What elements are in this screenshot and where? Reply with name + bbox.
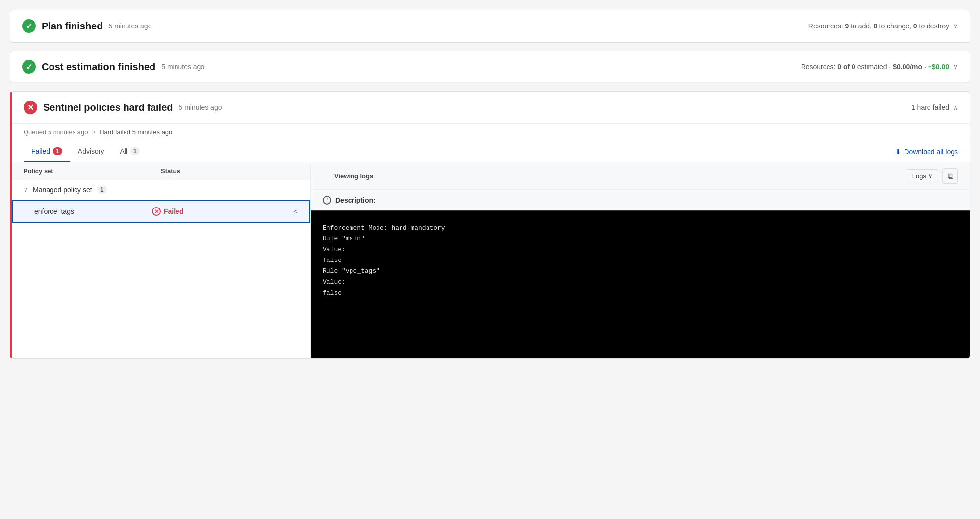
copy-button[interactable]: ⧉ xyxy=(942,168,958,184)
plan-chevron-icon[interactable]: ∨ xyxy=(953,22,958,30)
status-fail-text: Failed xyxy=(164,208,183,215)
policy-row-chevron: < xyxy=(294,208,298,215)
code-line-8: Value: xyxy=(323,277,958,287)
plan-resources: Resources: 9 to add, 0 to change, 0 to d… xyxy=(808,22,958,30)
code-line-9: false xyxy=(323,288,958,299)
sentinel-header: Sentinel policies hard failed 5 minutes … xyxy=(12,92,970,124)
policy-group-name: Managed policy set xyxy=(33,186,92,194)
tabs: Failed 1 Advisory All 1 xyxy=(24,141,148,162)
table-left: Policy set Status ∨ Managed policy set 1… xyxy=(12,162,311,358)
plan-header: Plan finished 5 minutes ago Resources: 9… xyxy=(10,10,970,42)
code-line-7: Rule "vpc_tags" xyxy=(323,266,958,277)
download-logs-link[interactable]: ⬇ Download all logs xyxy=(895,148,958,156)
sentinel-title: Sentinel policies hard failed xyxy=(43,102,173,113)
download-label: Download all logs xyxy=(904,148,958,156)
tab-all[interactable]: All 1 xyxy=(112,141,148,162)
cost-time: 5 minutes ago xyxy=(161,63,204,71)
description-label: Description: xyxy=(335,196,376,204)
download-icon: ⬇ xyxy=(895,148,901,156)
tab-all-badge: 1 xyxy=(130,147,140,155)
code-block: Enforcement Mode: hard-mandatory Rule "m… xyxy=(311,211,970,358)
logs-dropdown[interactable]: Logs ∨ xyxy=(907,169,938,182)
plan-success-icon xyxy=(22,19,36,33)
logs-dropdown-chevron: ∨ xyxy=(928,172,933,180)
cost-success-icon xyxy=(22,60,36,74)
sentinel-card: Sentinel policies hard failed 5 minutes … xyxy=(10,91,970,359)
col-policy-set: Policy set xyxy=(24,167,161,175)
sentinel-header-left: Sentinel policies hard failed 5 minutes … xyxy=(24,101,222,114)
plan-header-left: Plan finished 5 minutes ago xyxy=(22,19,151,33)
logs-dropdown-label: Logs xyxy=(912,172,926,180)
policy-group-row[interactable]: ∨ Managed policy set 1 xyxy=(12,180,310,200)
table-container: Policy set Status ∨ Managed policy set 1… xyxy=(12,162,970,358)
tab-failed-badge: 1 xyxy=(53,147,62,155)
logs-controls: Logs ∨ ⧉ xyxy=(907,168,958,184)
code-line-3: Rule "main" xyxy=(323,234,958,244)
code-line-1: Enforcement Mode: hard-mandatory xyxy=(323,223,958,234)
plan-time: 5 minutes ago xyxy=(108,22,151,30)
plan-title: Plan finished xyxy=(42,21,102,32)
cost-resources-text: Resources: 0 of 0 estimated · $0.00/mo ·… xyxy=(801,63,949,71)
description-header: i Description: xyxy=(311,190,970,211)
table-header: Policy set Status xyxy=(12,162,310,180)
code-line-5: false xyxy=(323,255,958,266)
policy-row-enforce-tags[interactable]: enforce_tags Failed < xyxy=(12,200,310,223)
sentinel-header-right: 1 hard failed ∧ xyxy=(911,104,958,111)
breadcrumb-hard-failed: Hard failed 5 minutes ago xyxy=(100,129,172,136)
plan-resources-text: Resources: 9 to add, 0 to change, 0 to d… xyxy=(808,22,949,30)
cost-header: Cost estimation finished 5 minutes ago R… xyxy=(10,51,970,83)
sentinel-chevron-icon[interactable]: ∧ xyxy=(953,104,958,111)
table-header-cols: Policy set Status xyxy=(24,167,259,175)
cost-resources: Resources: 0 of 0 estimated · $0.00/mo ·… xyxy=(801,63,958,71)
tabs-row: Failed 1 Advisory All 1 ⬇ Download all l… xyxy=(12,141,970,162)
right-header-row: Viewing logs Logs ∨ ⧉ xyxy=(311,162,970,190)
col-status: Status xyxy=(161,167,259,175)
breadcrumb-arrow: > xyxy=(92,129,96,136)
sentinel-header-top: Sentinel policies hard failed 5 minutes … xyxy=(24,101,958,114)
viewing-logs-label: Viewing logs xyxy=(323,167,907,184)
status-fail-icon xyxy=(152,207,161,216)
plan-card: Plan finished 5 minutes ago Resources: 9… xyxy=(10,10,970,43)
info-icon: i xyxy=(323,196,331,205)
policy-group-chevron[interactable]: ∨ xyxy=(24,186,28,193)
cost-chevron-icon[interactable]: ∨ xyxy=(953,63,958,71)
policy-name: enforce_tags xyxy=(34,208,152,215)
tab-all-label: All xyxy=(120,147,128,155)
sentinel-time: 5 minutes ago xyxy=(179,104,222,111)
breadcrumb-queued: Queued 5 minutes ago xyxy=(24,129,88,136)
sentinel-fail-icon xyxy=(24,101,37,114)
cost-header-left: Cost estimation finished 5 minutes ago xyxy=(22,60,204,74)
tab-advisory-label: Advisory xyxy=(78,147,104,155)
policy-group-count: 1 xyxy=(97,186,107,194)
policy-status: Failed xyxy=(152,207,294,216)
right-panel: Viewing logs Logs ∨ ⧉ i Description: xyxy=(311,162,970,358)
copy-icon: ⧉ xyxy=(948,172,953,181)
hard-failed-badge: 1 hard failed xyxy=(911,104,949,111)
cost-title: Cost estimation finished xyxy=(42,61,155,73)
tab-failed-label: Failed xyxy=(31,147,50,155)
cost-card: Cost estimation finished 5 minutes ago R… xyxy=(10,51,970,83)
code-line-4: Value: xyxy=(323,244,958,255)
tab-advisory[interactable]: Advisory xyxy=(70,141,112,162)
tab-failed[interactable]: Failed 1 xyxy=(24,141,70,162)
sentinel-breadcrumb: Queued 5 minutes ago > Hard failed 5 min… xyxy=(12,124,970,141)
